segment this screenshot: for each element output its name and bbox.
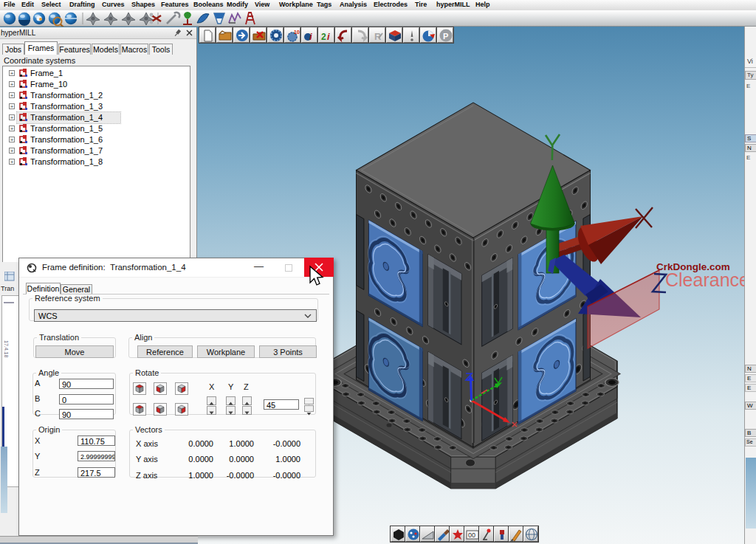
svg-text:2: 2 [321,32,326,42]
svg-text:i: i [309,31,312,42]
svg-text:10: 10 [294,30,300,35]
svg-text:P: P [443,32,448,41]
svg-text:00: 00 [468,531,475,539]
svg-text:i: i [327,31,330,42]
